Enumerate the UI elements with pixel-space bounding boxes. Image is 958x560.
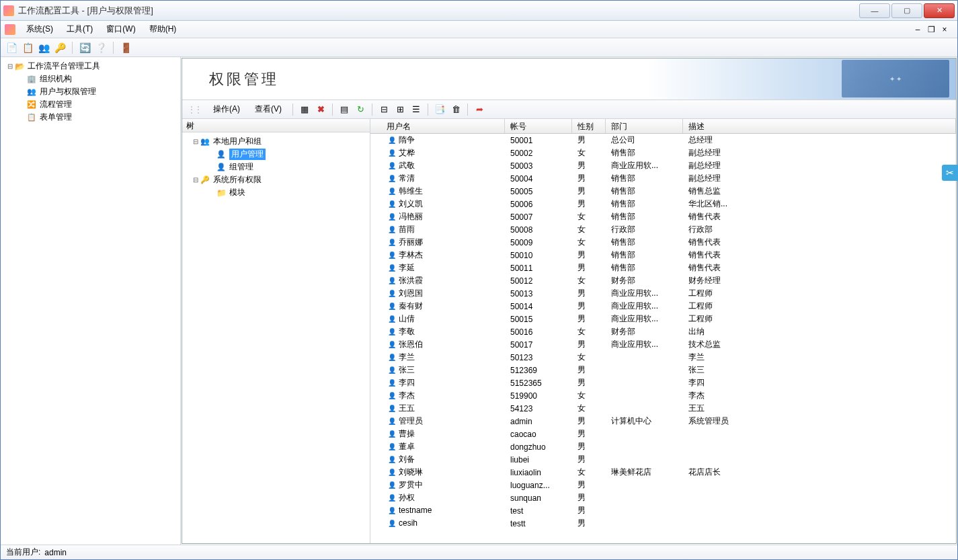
person-icon [387,493,397,503]
collapse-icon[interactable]: ⊟ [6,63,14,70]
toolbar-top: 📄 📋 👥 🔑 🔄 ❔ 🚪 [1,38,957,57]
table-row[interactable]: 隋争 50001 男 总公司 总经理 [370,134,956,147]
exit-icon[interactable]: 🚪 [120,42,131,53]
table-row[interactable]: 张三 512369 男 张三 [370,364,956,376]
table-row[interactable]: 常清 50004 男 销售部 副总经理 [370,172,956,185]
inner-tree-item[interactable]: 模块 [184,186,368,199]
tree-collapse-icon[interactable]: ⊟ [378,104,390,116]
cell-account: luoguanz... [505,481,572,490]
window-title: 工作流配置工具 - [用户与权限管理] [18,5,859,17]
table-row[interactable]: 王五 54123 女 王五 [370,402,956,415]
table-row[interactable]: 秦有财 50014 男 商业应用软... 工程师 [370,300,956,313]
table-row[interactable]: 罗贯中 luoguanz... 男 [370,479,956,491]
inner-tree-item[interactable]: 用户管理 [184,148,368,161]
share-widget-icon[interactable]: ✂ [942,165,958,181]
cell-account: 50015 [505,315,572,324]
permissions-tool-icon[interactable]: 🔑 [54,42,65,53]
menu-help[interactable]: 帮助(H) [143,21,184,38]
properties-icon[interactable]: ▤ [338,104,350,116]
table-row[interactable]: 冯艳丽 50007 女 销售部 销售代表 [370,210,956,223]
column-header-gender[interactable]: 性别 [572,119,606,133]
cell-account: 512369 [505,366,572,375]
open-icon[interactable]: 📋 [22,42,33,53]
list-icon[interactable]: ☰ [410,104,422,116]
menu-window[interactable]: 窗口(W) [99,21,142,38]
toolbar-grip: ⋮⋮ [188,105,201,114]
table-row[interactable]: 李敬 50016 女 财务部 出纳 [370,325,956,338]
cell-desc: 花店店长 [683,467,956,478]
users-tool-icon[interactable]: 👥 [38,42,49,53]
table-row[interactable]: testname test 男 [370,504,956,517]
table-row[interactable]: 刘备 liubei 男 [370,453,956,466]
collapse-icon[interactable]: ⊟ [192,138,200,145]
table-row[interactable]: 董卓 dongzhuo 男 [370,440,956,453]
tree-node-all-permissions[interactable]: ⊟ 系统所有权限 [184,173,368,186]
tree-expand-icon[interactable]: ⊞ [394,104,406,116]
nav-tree-item[interactable]: 流程管理 [2,98,179,111]
maximize-button[interactable]: ▢ [891,3,922,18]
column-header-desc[interactable]: 描述 [683,119,956,133]
help-icon[interactable]: ❔ [95,42,106,53]
table-row[interactable]: 刘义凯 50006 男 销售部 华北区销... [370,198,956,210]
table-row[interactable]: 刘晓琳 liuxiaolin 女 琳美鲜花店 花店店长 [370,466,956,479]
table-row[interactable]: 李兰 50123 女 李兰 [370,351,956,364]
mdi-minimize-button[interactable]: – [913,25,922,34]
nav-tree-item[interactable]: 用户与权限管理 [2,85,179,98]
refresh-icon[interactable]: ↻ [354,104,366,116]
table-row[interactable]: 李杰 519900 女 李杰 [370,389,956,402]
status-current-user-label: 当前用户: [6,547,40,558]
cell-account: 50006 [505,200,572,209]
minimize-button[interactable]: — [859,3,890,18]
table-row[interactable]: 乔丽娜 50009 女 销售部 销售代表 [370,236,956,249]
cell-desc: 王五 [683,403,956,414]
menu-operate[interactable]: 操作(A) [208,102,245,117]
table-row[interactable]: 张恩伯 50017 男 商业应用软... 技术总监 [370,338,956,351]
cell-account: 50001 [505,136,572,145]
table-row[interactable]: 韩维生 50005 男 销售部 销售总监 [370,185,956,198]
column-header-account[interactable]: 帐号 [505,119,572,133]
cell-account: 519900 [505,391,572,401]
delete-icon[interactable]: ✖ [315,104,327,116]
table-row[interactable]: 孙权 sunquan 男 [370,491,956,504]
grid-icon[interactable]: ▦ [298,104,311,116]
inner-tree-item[interactable]: 组管理 [184,161,368,173]
remove-icon[interactable]: 🗑 [450,104,462,116]
close-button[interactable]: ✕ [924,3,955,18]
nav-tree-item[interactable]: 组织机构 [2,73,179,85]
table-row[interactable]: 管理员 admin 男 计算机中心 系统管理员 [370,415,956,428]
nav-tree-item[interactable]: 表单管理 [2,111,179,124]
table-body[interactable]: 隋争 50001 男 总公司 总经理 艾桦 50002 女 销售部 副总经理 武… [370,134,956,543]
table-row[interactable]: 李林杰 50010 男 销售部 销售代表 [370,249,956,262]
copy-icon[interactable]: 📑 [434,104,446,116]
menu-view[interactable]: 查看(V) [249,102,287,117]
menu-tools[interactable]: 工具(T) [60,21,99,38]
table-row[interactable]: 李四 5152365 男 李四 [370,376,956,389]
table-row[interactable]: 刘恩国 50013 男 商业应用软... 工程师 [370,287,956,300]
table-row[interactable]: 艾桦 50002 女 销售部 副总经理 [370,147,956,159]
table-row[interactable]: 山倩 50015 男 商业应用软... 工程师 [370,313,956,325]
tree-node-local-users[interactable]: ⊟ 本地用户和组 [184,135,368,148]
collapse-icon[interactable]: ⊟ [192,176,200,184]
table-row[interactable]: cesih testt 男 [370,517,956,530]
mdi-restore-button[interactable]: ❐ [926,25,936,34]
refresh-icon[interactable]: 🔄 [79,42,90,53]
separator [113,42,114,54]
cell-username: 李林杰 [399,250,423,259]
column-header-dept[interactable]: 部门 [606,119,683,133]
new-icon[interactable]: 📄 [6,42,17,53]
tree-root[interactable]: ⊟ 工作流平台管理工具 [2,60,179,73]
table-row[interactable]: 苗雨 50008 女 行政部 行政部 [370,223,956,236]
table-row[interactable]: 曹操 caocao 男 [370,428,956,440]
mdi-close-button[interactable]: × [940,25,949,34]
table-row[interactable]: 武敬 50003 男 商业应用软... 副总经理 [370,159,956,172]
table-row[interactable]: 李延 50011 男 销售部 销售代表 [370,262,956,274]
table-row[interactable]: 张洪霞 50012 女 财务部 财务经理 [370,274,956,287]
person-icon [387,481,397,490]
column-header-username[interactable]: 用户名 [370,119,505,133]
navigation-tree: ⊟ 工作流平台管理工具 组织机构用户与权限管理流程管理表单管理 [1,57,181,545]
titlebar: 工作流配置工具 - [用户与权限管理] — ▢ ✕ [1,1,957,21]
export-icon[interactable]: ➦ [473,104,485,116]
person-icon [387,391,397,401]
person-icon [387,417,397,426]
menu-system[interactable]: 系统(S) [19,21,60,38]
